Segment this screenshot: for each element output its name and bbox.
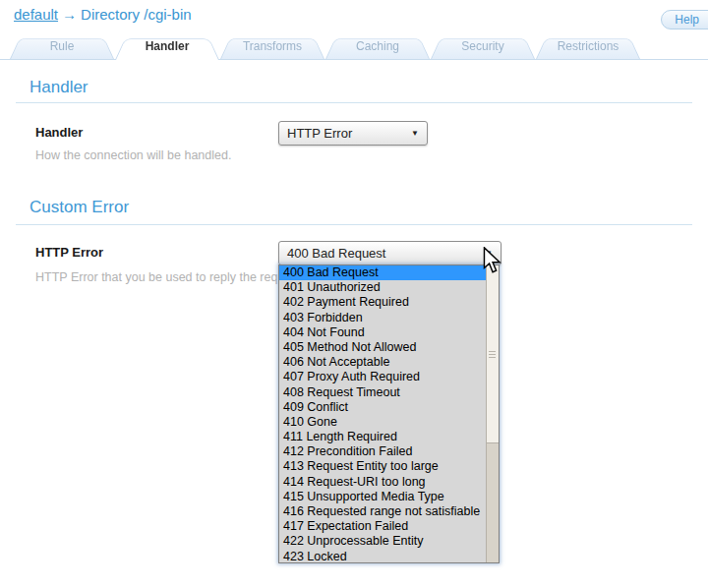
- http-error-row-description: HTTP Error that you be used to reply the…: [35, 270, 305, 284]
- http-error-row-label: HTTP Error: [35, 245, 103, 260]
- tab-label: Restrictions: [558, 39, 620, 53]
- dropdown-option[interactable]: 411 Length Required: [279, 430, 486, 444]
- dropdown-option[interactable]: 400 Bad Request: [279, 265, 486, 280]
- chevron-down-icon: ▼: [485, 250, 493, 258]
- dropdown-option[interactable]: 413 Request Entity too large: [279, 459, 486, 474]
- handler-select-value: HTTP Error: [287, 126, 352, 141]
- admin-page: default→Directory /cgi-bin Help RuleHand…: [0, 0, 708, 588]
- dropdown-option[interactable]: 414 Request-URI too long: [279, 475, 486, 490]
- handler-select[interactable]: HTTP Error ▼: [278, 121, 428, 146]
- dropdown-option[interactable]: 405 Method Not Allowed: [279, 340, 486, 355]
- http-error-select-value: 400 Bad Request: [287, 246, 385, 261]
- dropdown-option[interactable]: 412 Precondition Failed: [279, 444, 486, 459]
- breadcrumb-current: Directory /cgi-bin: [81, 6, 192, 23]
- tab[interactable]: Transforms: [220, 33, 324, 59]
- dropdown-option[interactable]: 409 Conflict: [279, 400, 486, 415]
- dropdown-option[interactable]: 417 Expectation Failed: [279, 519, 486, 534]
- dropdown-option[interactable]: 408 Request Timeout: [279, 385, 486, 400]
- http-error-dropdown-list: 400 Bad Request401 Unauthorized402 Payme…: [278, 265, 500, 563]
- chevron-down-icon: ▼: [411, 130, 419, 138]
- dropdown-option[interactable]: 422 Unprocessable Entity: [279, 534, 486, 549]
- dropdown-option[interactable]: 415 Unsupported Media Type: [279, 490, 486, 504]
- tab-bar: RuleHandlerTransformsCachingSecurityRest…: [0, 33, 708, 60]
- dropdown-option[interactable]: 410 Gone: [279, 415, 486, 430]
- tab-label: Transforms: [243, 39, 302, 53]
- tab[interactable]: Caching: [325, 33, 430, 59]
- tab-label: Rule: [50, 39, 75, 53]
- section-divider: [16, 224, 692, 225]
- http-error-select[interactable]: 400 Bad Request ▼: [278, 241, 502, 265]
- handler-row-description: How the connection will be handled.: [35, 148, 231, 162]
- dropdown-option[interactable]: 401 Unauthorized: [279, 280, 486, 295]
- dropdown-option[interactable]: 416 Requested range not satisfiable: [279, 504, 486, 519]
- tab[interactable]: Restrictions: [536, 33, 640, 59]
- handler-row-label: Handler: [35, 125, 83, 140]
- section-title-handler: Handler: [30, 78, 88, 97]
- dropdown-option[interactable]: 406 Not Acceptable: [279, 355, 486, 370]
- dropdown-option[interactable]: 402 Payment Required: [279, 295, 486, 310]
- tab[interactable]: Security: [431, 33, 535, 59]
- breadcrumb-arrow-icon: →: [62, 6, 77, 23]
- tabbar-divider: [0, 59, 708, 60]
- dropdown-scrollbar[interactable]: [486, 265, 499, 562]
- section-title-custom-error: Custom Error: [30, 198, 129, 217]
- section-divider: [16, 102, 692, 103]
- tab-label: Security: [461, 39, 503, 53]
- dropdown-option[interactable]: 404 Not Found: [279, 325, 486, 340]
- dropdown-scrollbar-thumb[interactable]: [487, 265, 499, 443]
- help-button[interactable]: Help: [661, 10, 708, 29]
- breadcrumb-link-default[interactable]: default: [14, 6, 58, 23]
- tab-label: Caching: [356, 39, 399, 53]
- dropdown-option[interactable]: 407 Proxy Auth Required: [279, 370, 486, 384]
- dropdown-option[interactable]: 403 Forbidden: [279, 311, 486, 325]
- tab[interactable]: Handler: [115, 33, 219, 59]
- breadcrumb: default→Directory /cgi-bin: [14, 6, 192, 23]
- tab[interactable]: Rule: [10, 33, 114, 59]
- dropdown-option[interactable]: 423 Locked: [279, 550, 486, 563]
- tab-label: Handler: [146, 39, 190, 53]
